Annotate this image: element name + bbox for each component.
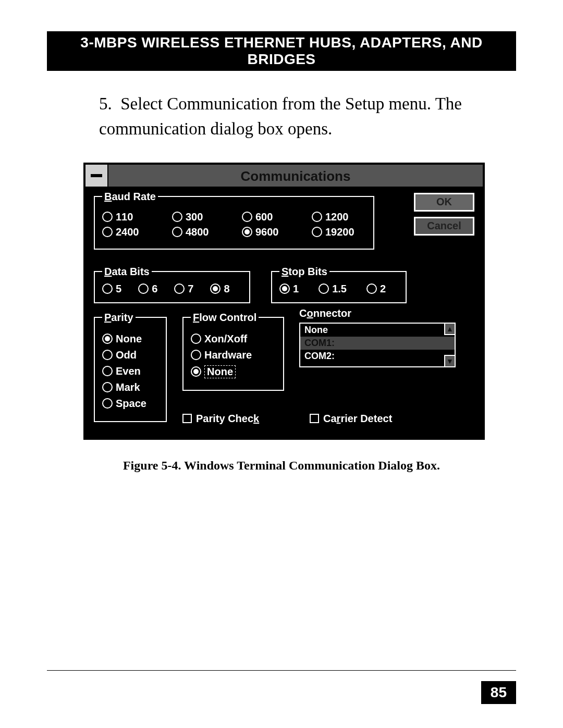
radio-flow-none[interactable]: None <box>191 365 276 378</box>
radio-databits-7[interactable]: 7 <box>174 283 193 295</box>
system-menu-icon[interactable] <box>85 165 108 187</box>
communications-dialog: Communications OK Cancel Baud Rate 110 3… <box>83 163 485 440</box>
radio-baud-9600[interactable]: 9600 <box>242 226 289 238</box>
radio-parity-mark[interactable]: Mark <box>102 381 158 393</box>
scroll-up-icon[interactable]: ▲ <box>444 324 455 335</box>
radio-parity-space[interactable]: Space <box>102 398 158 410</box>
scroll-down-icon[interactable]: ▼ <box>444 355 455 366</box>
ok-button[interactable]: OK <box>414 193 474 212</box>
connector-listbox[interactable]: None COM1: COM2: ▲ ▼ <box>299 323 456 367</box>
radio-databits-5[interactable]: 5 <box>102 283 121 295</box>
radio-baud-2400[interactable]: 2400 <box>102 226 149 238</box>
radio-baud-1200[interactable]: 1200 <box>312 211 359 223</box>
parity-group: Parity None Odd Even Mark Space <box>94 312 167 422</box>
connector-group: Connector None COM1: COM2: ▲ ▼ <box>299 307 456 367</box>
page-header-text: 3-MBPS WIRELESS ETHERNET HUBS, ADAPTERS,… <box>80 34 482 67</box>
radio-stopbits-1-5[interactable]: 1.5 <box>319 283 347 295</box>
data-bits-group: Data Bits 5 6 7 8 <box>94 266 250 303</box>
radio-databits-6[interactable]: 6 <box>138 283 157 295</box>
flow-control-group: Flow Control Xon/Xoff Hardware None <box>182 312 284 391</box>
list-item[interactable]: None <box>300 324 455 337</box>
carrier-detect-checkbox[interactable]: Carrier Detect <box>310 413 392 425</box>
instruction-text: 5. Select Communication from the Setup m… <box>99 92 495 142</box>
stop-bits-group: Stop Bits 1 1.5 2 <box>271 266 407 303</box>
footer-rule <box>47 670 516 671</box>
radio-parity-odd[interactable]: Odd <box>102 349 158 361</box>
radio-flow-hardware[interactable]: Hardware <box>191 349 276 361</box>
radio-databits-8[interactable]: 8 <box>210 283 229 295</box>
radio-baud-19200[interactable]: 19200 <box>312 226 359 238</box>
radio-flow-xonxoff[interactable]: Xon/Xoff <box>191 333 276 345</box>
radio-baud-300[interactable]: 300 <box>172 211 219 223</box>
dialog-title: Communications <box>108 165 483 187</box>
list-item[interactable]: COM2: <box>300 350 455 363</box>
baud-rate-group: Baud Rate 110 300 600 1200 2400 4800 960… <box>94 191 374 250</box>
radio-parity-none[interactable]: None <box>102 333 158 345</box>
parity-check-checkbox[interactable]: Parity Check <box>182 413 259 425</box>
connector-label: Connector <box>299 307 456 319</box>
radio-stopbits-2[interactable]: 2 <box>366 283 386 295</box>
page-number: 85 <box>481 681 516 704</box>
radio-baud-600[interactable]: 600 <box>242 211 289 223</box>
cancel-button[interactable]: Cancel <box>414 217 474 236</box>
radio-baud-110[interactable]: 110 <box>102 211 149 223</box>
page-header: 3-MBPS WIRELESS ETHERNET HUBS, ADAPTERS,… <box>47 31 516 71</box>
radio-stopbits-1[interactable]: 1 <box>279 283 299 295</box>
figure-caption: Figure 5-4. Windows Terminal Communicati… <box>47 459 516 473</box>
radio-baud-4800[interactable]: 4800 <box>172 226 219 238</box>
list-item[interactable]: COM1: <box>300 337 455 350</box>
title-bar: Communications <box>85 165 483 188</box>
radio-parity-even[interactable]: Even <box>102 365 158 377</box>
